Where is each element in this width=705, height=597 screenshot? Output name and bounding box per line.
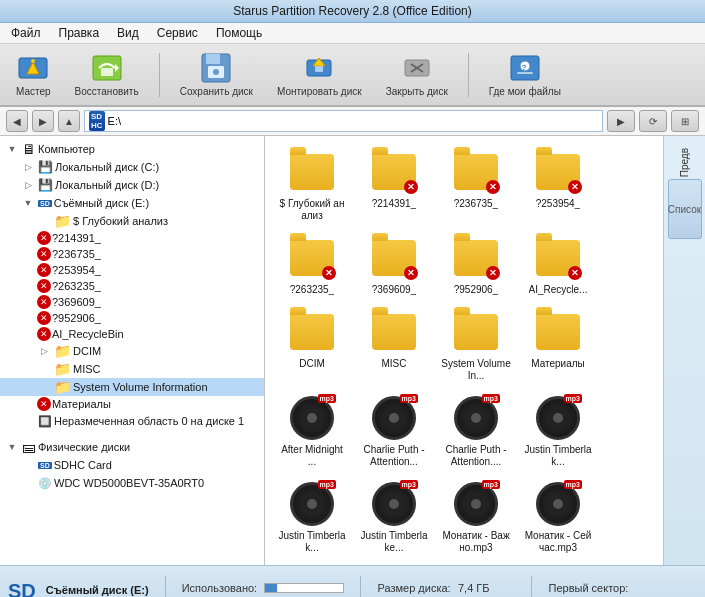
tree-label-deep: $ Глубокий анализ bbox=[73, 215, 168, 227]
menu-edit[interactable]: Правка bbox=[56, 25, 103, 41]
file-label-mon1: Монатик - Важно.mp3 bbox=[441, 530, 511, 554]
tree-item-dcim[interactable]: ▷ 📁 DCIM bbox=[0, 342, 264, 360]
file-214[interactable]: ✕ ?214391_ bbox=[355, 144, 433, 226]
file-label-justin2: Justin Timberlak... bbox=[277, 530, 347, 554]
tree-item-214[interactable]: ✕ ?214391_ bbox=[0, 230, 264, 246]
forward-button[interactable]: ▶ bbox=[32, 110, 54, 132]
tree-label-d: Локальный диск (D:) bbox=[55, 179, 159, 191]
tree-item-952[interactable]: ✕ ?952906_ bbox=[0, 310, 264, 326]
up-button[interactable]: ▲ bbox=[58, 110, 80, 132]
folder-deep-icon: 📁 bbox=[54, 213, 71, 229]
back-button[interactable]: ◀ bbox=[6, 110, 28, 132]
tree-label-misc: MISC bbox=[73, 363, 101, 375]
tree-item-253[interactable]: ✕ ?253954_ bbox=[0, 262, 264, 278]
tree-item-misc[interactable]: 📁 MISC bbox=[0, 360, 264, 378]
mp3-badge-mon2: mp3 bbox=[564, 480, 582, 489]
file-369[interactable]: ✕ ?369609_ bbox=[355, 230, 433, 300]
file-ai[interactable]: ✕ AI_Recycle... bbox=[519, 230, 597, 300]
status-divider-1 bbox=[165, 576, 166, 598]
file-monatik2[interactable]: mp3 Монатик - Сейчас.mp3 bbox=[519, 476, 597, 558]
folder-misc-icon: 📁 bbox=[54, 361, 71, 377]
tree-item-svi[interactable]: 📁 System Volume Information bbox=[0, 378, 264, 396]
expand-physical[interactable]: ▼ bbox=[4, 439, 20, 455]
file-icon-wrap-236: ✕ bbox=[452, 148, 500, 196]
tree-item-c[interactable]: ▷ 💾 Локальный диск (C:) bbox=[0, 158, 264, 176]
file-justin3[interactable]: mp3 Justin Timberlake... bbox=[355, 476, 433, 558]
hdd-icon: 💿 bbox=[38, 477, 52, 490]
file-icon-wrap-214: ✕ bbox=[370, 148, 418, 196]
file-panel[interactable]: $ Глубокий анализ ✕ ?214391_ ✕ ?236735_ bbox=[265, 136, 663, 565]
file-icon-wrap-mon2: mp3 bbox=[534, 480, 582, 528]
file-charlie2[interactable]: mp3 Charlie Puth - Attention.... bbox=[437, 390, 515, 472]
where-files-button[interactable]: ? Где мои файлы bbox=[481, 48, 569, 101]
menu-help[interactable]: Помощь bbox=[213, 25, 265, 41]
menu-service[interactable]: Сервис bbox=[154, 25, 201, 41]
wizard-button[interactable]: Мастер bbox=[8, 48, 59, 101]
tree-item-deep[interactable]: 📁 $ Глубокий анализ bbox=[0, 212, 264, 230]
file-dcim[interactable]: DCIM bbox=[273, 304, 351, 386]
file-236[interactable]: ✕ ?236735_ bbox=[437, 144, 515, 226]
file-svi[interactable]: System Volume In... bbox=[437, 304, 515, 386]
tree-item-236[interactable]: ✕ ?236735_ bbox=[0, 246, 264, 262]
file-monatik1[interactable]: mp3 Монатик - Важно.mp3 bbox=[437, 476, 515, 558]
tree-item-263[interactable]: ✕ ?263235_ bbox=[0, 278, 264, 294]
expand-d[interactable]: ▷ bbox=[20, 177, 36, 193]
refresh-button[interactable]: ⟳ bbox=[639, 110, 667, 132]
tree-label-unalloc: Неразмеченная область 0 на диске 1 bbox=[54, 415, 244, 427]
file-charlie1[interactable]: mp3 Charlie Puth - Attention... bbox=[355, 390, 433, 472]
mp3-badge-mon1: mp3 bbox=[482, 480, 500, 489]
tree-item-computer[interactable]: ▼ 🖥 Компьютер bbox=[0, 140, 264, 158]
status-icon-area: SD HC Съёмный диск (E:) Съёмный диск bbox=[8, 581, 149, 598]
file-263[interactable]: ✕ ?263235_ bbox=[273, 230, 351, 300]
expand-sdhc[interactable] bbox=[20, 457, 36, 473]
file-justin1[interactable]: mp3 Justin Timberlak... bbox=[519, 390, 597, 472]
sector-label: Первый сектор: bbox=[548, 582, 628, 594]
file-253[interactable]: ✕ ?253954_ bbox=[519, 144, 597, 226]
mount-disk-button[interactable]: Монтировать диск bbox=[269, 48, 370, 101]
menu-view[interactable]: Вид bbox=[114, 25, 142, 41]
file-after-midnight[interactable]: mp3 After Midnight ... bbox=[273, 390, 351, 472]
file-952[interactable]: ✕ ?952906_ bbox=[437, 230, 515, 300]
tree-item-sdhc[interactable]: SD SDHC Card bbox=[0, 456, 264, 474]
menu-file[interactable]: Файл bbox=[8, 25, 44, 41]
tree-item-ai[interactable]: ✕ AI_RecycleBin bbox=[0, 326, 264, 342]
restore-button[interactable]: Восстановить bbox=[67, 48, 147, 101]
file-label-materials: Материалы bbox=[531, 358, 585, 370]
close-disk-button[interactable]: Закрыть диск bbox=[378, 48, 456, 101]
list-icon: Список bbox=[668, 204, 701, 215]
list-button[interactable]: Список bbox=[668, 179, 702, 239]
expand-e[interactable]: ▼ bbox=[20, 195, 36, 211]
save-disk-button[interactable]: Сохранить диск bbox=[172, 48, 261, 101]
file-label-952: ?952906_ bbox=[454, 284, 499, 296]
file-materials[interactable]: Материалы bbox=[519, 304, 597, 386]
tree-item-unallocated[interactable]: 🔲 Неразмеченная область 0 на диске 1 bbox=[0, 412, 264, 430]
file-label-253: ?253954_ bbox=[536, 198, 581, 210]
expand-unalloc[interactable] bbox=[20, 413, 36, 429]
expand-wdc[interactable] bbox=[20, 475, 36, 491]
expand-svi[interactable] bbox=[36, 379, 52, 395]
expand-deep[interactable] bbox=[36, 213, 52, 229]
tree-item-wdc[interactable]: 💿 WDC WD5000BEVT-35A0RT0 bbox=[0, 474, 264, 492]
tree-item-d[interactable]: ▷ 💾 Локальный диск (D:) bbox=[0, 176, 264, 194]
progress-bar-fill bbox=[265, 584, 277, 592]
expand-misc[interactable] bbox=[36, 361, 52, 377]
file-deep-analysis[interactable]: $ Глубокий анализ bbox=[273, 144, 351, 226]
tree-item-e[interactable]: ▼ SD Съёмный диск (E:) bbox=[0, 194, 264, 212]
file-misc[interactable]: MISC bbox=[355, 304, 433, 386]
tree-item-369[interactable]: ✕ ?369609_ bbox=[0, 294, 264, 310]
address-input[interactable]: SDHC E:\ bbox=[84, 110, 603, 132]
expand-c[interactable]: ▷ bbox=[20, 159, 36, 175]
view-toggle[interactable]: ⊞ bbox=[671, 110, 699, 132]
file-icon-wrap-charlie1: mp3 bbox=[370, 394, 418, 442]
file-justin2[interactable]: mp3 Justin Timberlak... bbox=[273, 476, 351, 558]
save-disk-label: Сохранить диск bbox=[180, 86, 253, 97]
tree-item-physical[interactable]: ▼ 🖴 Физические диски bbox=[0, 438, 264, 456]
tree-panel[interactable]: ▼ 🖥 Компьютер ▷ 💾 Локальный диск (C:) ▷ … bbox=[0, 136, 265, 565]
expand-computer[interactable]: ▼ bbox=[4, 141, 20, 157]
tree-label-svi: System Volume Information bbox=[73, 381, 208, 393]
file-label-369: ?369609_ bbox=[372, 284, 417, 296]
tree-item-materials[interactable]: ✕ Материалы bbox=[0, 396, 264, 412]
expand-dcim[interactable]: ▷ bbox=[36, 343, 52, 359]
go-button[interactable]: ▶ bbox=[607, 110, 635, 132]
wizard-label: Мастер bbox=[16, 86, 51, 97]
